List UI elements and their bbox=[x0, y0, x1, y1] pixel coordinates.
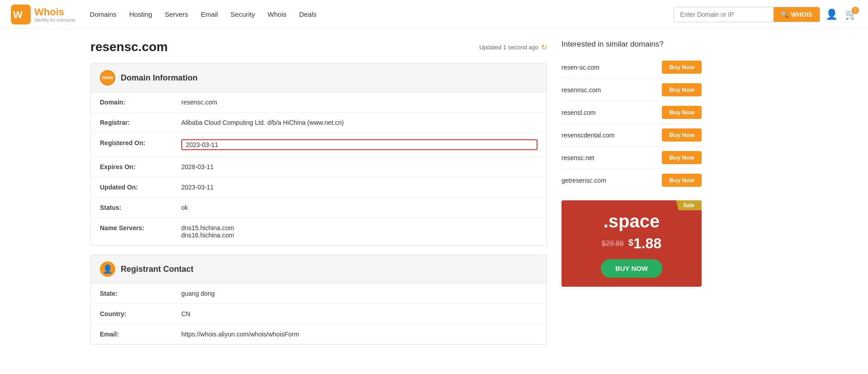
promo-tld: .space bbox=[571, 211, 693, 232]
registrant-contact-card: 👤 Registrant Contact State: guang dong C… bbox=[90, 255, 547, 345]
list-item: getresensc.com Buy Now bbox=[561, 169, 702, 191]
field-value: 2028-03-11 bbox=[181, 163, 538, 170]
refresh-icon[interactable]: ↻ bbox=[541, 43, 547, 52]
list-item: resensc.net Buy Now bbox=[561, 147, 702, 169]
buy-now-button[interactable]: Buy Now bbox=[662, 128, 702, 142]
svg-text:W: W bbox=[13, 9, 23, 20]
domain-name: resenscdental.com bbox=[561, 132, 615, 139]
buy-now-button[interactable]: Buy Now bbox=[662, 106, 702, 119]
registrant-contact-header: 👤 Registrant Contact bbox=[91, 255, 547, 284]
field-value-highlighted: 2023-03-11 bbox=[181, 139, 538, 150]
field-value: guang dong bbox=[181, 290, 538, 297]
table-row: Domain: resensc.com bbox=[91, 92, 547, 113]
buy-now-button[interactable]: Buy Now bbox=[662, 83, 702, 96]
cart-badge: 0 bbox=[852, 7, 859, 14]
list-item: resen-sc.com Buy Now bbox=[561, 56, 702, 79]
nav-servers[interactable]: Servers bbox=[165, 10, 189, 18]
nav-deals[interactable]: Deals bbox=[299, 10, 316, 18]
header: W Whois Identity for everyone Domains Ho… bbox=[0, 0, 868, 29]
nav-security[interactable]: Security bbox=[231, 10, 255, 18]
buy-now-button[interactable]: Buy Now bbox=[662, 174, 702, 187]
field-value: resensc.com bbox=[181, 99, 538, 106]
search-icon: 🔍 bbox=[781, 11, 788, 18]
list-item: resenscdental.com Buy Now bbox=[561, 124, 702, 147]
table-row: State: guang dong bbox=[91, 284, 547, 304]
field-label: Registrar: bbox=[100, 119, 181, 126]
table-row: Status: ok bbox=[91, 198, 547, 218]
field-label: Email: bbox=[100, 331, 181, 338]
field-label: Name Servers: bbox=[100, 224, 181, 232]
similar-domains-list: resen-sc.com Buy Now resennsc.com Buy No… bbox=[561, 56, 702, 191]
domain-name: resensc.net bbox=[561, 154, 594, 161]
field-label: Registered On: bbox=[100, 139, 181, 147]
field-label: Domain: bbox=[100, 99, 181, 106]
domain-info-card: WWW Domain Information Domain: resensc.c… bbox=[90, 63, 547, 246]
list-item: resennsc.com Buy Now bbox=[561, 79, 702, 101]
search-box: 🔍 WHOIS bbox=[674, 7, 820, 22]
field-value: 2023-03-11 bbox=[181, 184, 538, 191]
main-container: resensc.com Updated 1 second ago ↻ WWW D… bbox=[0, 29, 868, 365]
table-row: Registered On: 2023-03-11 bbox=[91, 133, 547, 157]
nav-domains[interactable]: Domains bbox=[90, 10, 117, 18]
buy-now-button[interactable]: Buy Now bbox=[662, 61, 702, 74]
page-title-row: resensc.com Updated 1 second ago ↻ bbox=[90, 40, 547, 54]
domain-info-header: WWW Domain Information bbox=[91, 64, 547, 92]
nav-whois[interactable]: Whois bbox=[268, 10, 287, 18]
field-value: dns15.hichina.com dns16.hichina.com bbox=[181, 224, 538, 239]
search-input[interactable] bbox=[674, 7, 774, 22]
promo-banner: Sale .space $29.88 $1.88 BUY NOW bbox=[561, 200, 702, 287]
content-area: resensc.com Updated 1 second ago ↻ WWW D… bbox=[90, 40, 547, 354]
domain-name: resensl.com bbox=[561, 109, 595, 116]
table-row: Name Servers: dns15.hichina.com dns16.hi… bbox=[91, 218, 547, 245]
cart-button[interactable]: 🛒 0 bbox=[845, 9, 857, 20]
main-nav: Domains Hosting Servers Email Security W… bbox=[90, 10, 674, 18]
sidebar: Interested in similar domains? resen-sc.… bbox=[561, 40, 702, 354]
table-row: Email: https://whois.aliyun.com/whois/wh… bbox=[91, 324, 547, 344]
promo-price-row: $29.88 $1.88 bbox=[571, 235, 693, 252]
search-area: 🔍 WHOIS 👤 🛒 0 bbox=[674, 7, 857, 22]
domain-name: getresensc.com bbox=[561, 177, 606, 184]
table-row: Country: CN bbox=[91, 304, 547, 324]
table-row: Registrar: Alibaba Cloud Computing Ltd. … bbox=[91, 113, 547, 133]
search-btn-label: WHOIS bbox=[791, 11, 812, 18]
domain-name: resen-sc.com bbox=[561, 64, 599, 71]
table-row: Expires On: 2028-03-11 bbox=[91, 157, 547, 177]
domain-info-title: Domain Information bbox=[121, 73, 198, 83]
table-row: Updated On: 2023-03-11 bbox=[91, 177, 547, 198]
field-value: https://whois.aliyun.com/whois/whoisForm bbox=[181, 331, 538, 338]
user-button[interactable]: 👤 bbox=[826, 9, 838, 20]
domain-name: resennsc.com bbox=[561, 86, 601, 94]
updated-text: Updated 1 second ago ↻ bbox=[479, 43, 547, 52]
field-value: Alibaba Cloud Computing Ltd. d/b/a HiChi… bbox=[181, 119, 538, 126]
logo[interactable]: W Whois Identity for everyone bbox=[11, 5, 75, 24]
nav-hosting[interactable]: Hosting bbox=[129, 10, 152, 18]
promo-old-price: $29.88 bbox=[602, 240, 624, 248]
header-icons: 👤 🛒 0 bbox=[826, 9, 857, 20]
search-button[interactable]: 🔍 WHOIS bbox=[774, 7, 820, 22]
page-title: resensc.com bbox=[90, 40, 168, 54]
person-icon: 👤 bbox=[100, 261, 115, 277]
field-label: State: bbox=[100, 290, 181, 297]
sale-badge: Sale bbox=[676, 200, 702, 210]
logo-icon: W bbox=[11, 5, 31, 24]
list-item: resensl.com Buy Now bbox=[561, 101, 702, 124]
promo-buy-button[interactable]: BUY NOW bbox=[601, 259, 662, 278]
promo-new-price-block: $1.88 bbox=[628, 235, 661, 252]
promo-dollar: $ bbox=[628, 237, 633, 247]
field-label: Expires On: bbox=[100, 163, 181, 170]
field-label: Status: bbox=[100, 204, 181, 211]
field-value: CN bbox=[181, 310, 538, 317]
field-label: Country: bbox=[100, 310, 181, 317]
nav-email[interactable]: Email bbox=[201, 10, 218, 18]
field-label: Updated On: bbox=[100, 184, 181, 191]
user-icon: 👤 bbox=[826, 9, 838, 20]
www-icon: WWW bbox=[100, 70, 115, 85]
buy-now-button[interactable]: Buy Now bbox=[662, 151, 702, 164]
registrant-contact-title: Registrant Contact bbox=[121, 265, 193, 274]
promo-new-price: 1.88 bbox=[633, 235, 661, 251]
sidebar-title: Interested in similar domains? bbox=[561, 40, 702, 49]
field-value: ok bbox=[181, 204, 538, 211]
logo-subtext: Identity for everyone bbox=[34, 18, 75, 23]
logo-text: Whois bbox=[34, 6, 64, 18]
